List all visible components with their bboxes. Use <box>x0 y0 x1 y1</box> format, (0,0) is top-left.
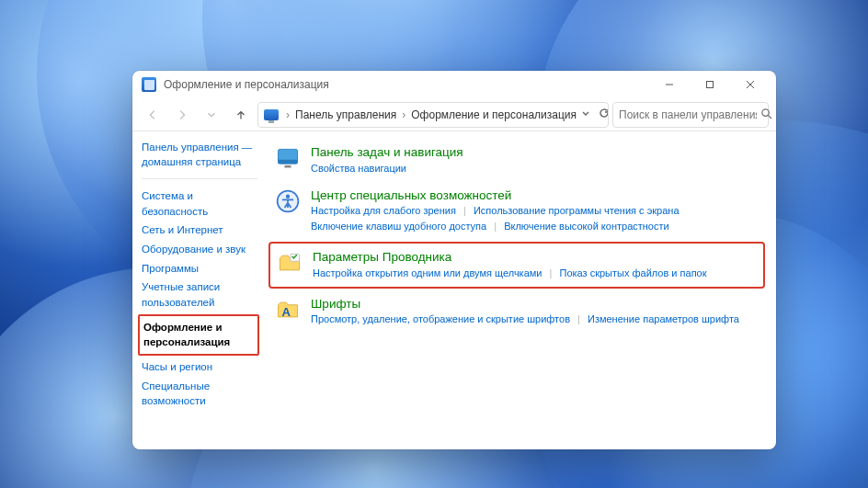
chevron-down-icon[interactable] <box>580 108 591 121</box>
sidebar-item-accessibility[interactable]: Специальные возможности <box>142 377 257 411</box>
svg-point-4 <box>762 108 769 115</box>
close-button[interactable] <box>730 71 771 98</box>
sidebar-item-programs[interactable]: Программы <box>142 259 257 278</box>
category-explorer-options: Параметры Проводника Настройка открытия … <box>268 242 765 289</box>
fonts-icon: A <box>274 296 302 323</box>
sidebar-home[interactable]: Панель управления — домашняя страница <box>142 141 257 169</box>
category-taskbar: Панель задач и навигация Свойства навига… <box>270 139 763 182</box>
sidebar-item-network[interactable]: Сеть и Интернет <box>142 221 257 240</box>
category-ease-of-access: Центр специальных возможностей Настройка… <box>270 182 763 241</box>
taskbar-icon <box>274 144 302 172</box>
toolbar: › Панель управления › Оформление и персо… <box>132 98 776 131</box>
breadcrumb-current[interactable]: Оформление и персонализация <box>407 108 580 121</box>
search-input[interactable] <box>619 108 757 121</box>
folder-options-icon <box>276 249 303 277</box>
sidebar-item-accounts[interactable]: Учетные записи пользователей <box>142 278 257 312</box>
sidebar-item-clock[interactable]: Часы и регион <box>142 357 257 377</box>
link-screen-reader[interactable]: Использование программы чтения с экрана <box>474 205 680 216</box>
link-low-vision[interactable]: Настройка для слабого зрения <box>311 205 456 216</box>
sidebar-item-hardware[interactable]: Оборудование и звук <box>142 240 257 259</box>
forward-button[interactable] <box>169 102 195 128</box>
category-title[interactable]: Шрифты <box>311 296 760 312</box>
search-icon <box>760 108 772 122</box>
up-button[interactable] <box>228 102 254 128</box>
content-pane: Панель задач и навигация Свойства навига… <box>261 131 776 449</box>
chevron-right-icon: › <box>284 108 291 121</box>
sidebar: Панель управления — домашняя страница Си… <box>132 131 261 449</box>
category-title[interactable]: Панель задач и навигация <box>311 144 760 161</box>
link-nav-properties[interactable]: Свойства навигации <box>311 163 406 174</box>
search-box[interactable] <box>612 102 769 128</box>
link-hidden-files[interactable]: Показ скрытых файлов и папок <box>559 267 706 278</box>
monitor-icon <box>264 109 279 120</box>
category-fonts: A Шрифты Просмотр, удаление, отображение… <box>270 290 763 334</box>
category-title[interactable]: Центр специальных возможностей <box>311 187 760 204</box>
sidebar-item-system[interactable]: Система и безопасность <box>142 187 257 221</box>
svg-line-5 <box>768 115 771 119</box>
link-fonts-manage[interactable]: Просмотр, удаление, отображение и скрыти… <box>311 313 570 324</box>
link-ease-keys[interactable]: Включение клавиш удобного доступа <box>311 221 486 232</box>
svg-rect-7 <box>279 160 298 164</box>
ease-of-access-icon <box>274 187 302 215</box>
control-panel-icon <box>142 77 156 92</box>
sidebar-separator <box>142 178 257 179</box>
titlebar: Оформление и персонализация <box>132 71 776 98</box>
control-panel-window: Оформление и персонализация › Панель упр… <box>132 71 776 449</box>
sidebar-item-appearance[interactable]: Оформление и персонализация <box>138 314 259 356</box>
minimize-button[interactable] <box>649 71 690 98</box>
svg-rect-1 <box>707 82 714 88</box>
window-title: Оформление и персонализация <box>164 78 329 91</box>
svg-point-10 <box>286 194 290 198</box>
link-click-settings[interactable]: Настройка открытия одним или двумя щелчк… <box>313 267 542 278</box>
recent-button[interactable] <box>199 102 224 128</box>
refresh-icon[interactable] <box>599 108 609 121</box>
breadcrumb-root[interactable]: Панель управления <box>291 108 400 121</box>
svg-text:A: A <box>282 305 291 319</box>
maximize-button[interactable] <box>690 71 730 98</box>
link-font-settings[interactable]: Изменение параметров шрифта <box>588 313 739 324</box>
chevron-right-icon: › <box>400 108 407 121</box>
svg-rect-8 <box>285 165 291 168</box>
category-title[interactable]: Параметры Проводника <box>313 249 758 266</box>
link-high-contrast[interactable]: Включение высокой контрастности <box>504 221 669 232</box>
back-button[interactable] <box>140 102 166 128</box>
address-bar[interactable]: › Панель управления › Оформление и персо… <box>257 102 609 128</box>
